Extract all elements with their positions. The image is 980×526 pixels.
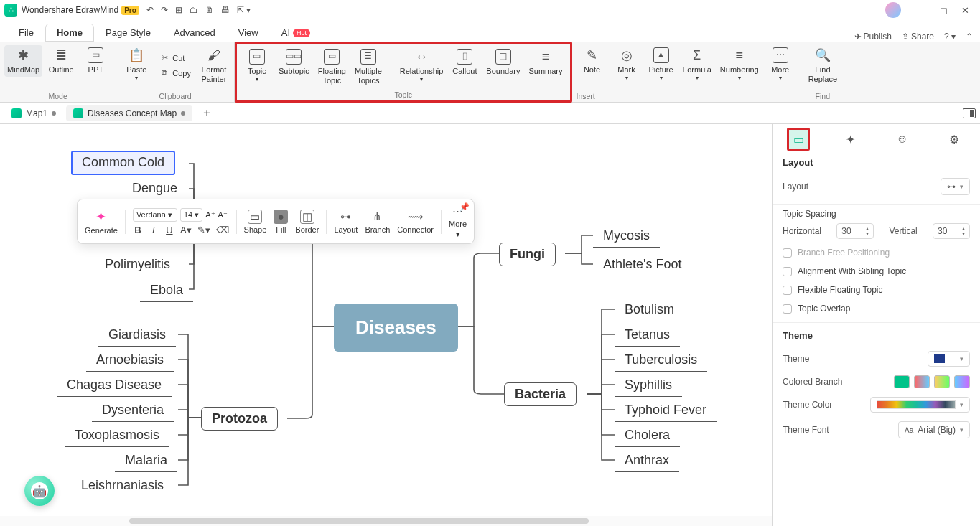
generate-button[interactable]: ✦ Generate — [85, 209, 118, 235]
node-bacteria[interactable]: Bacteria — [504, 382, 577, 406]
save-icon[interactable]: 🗎 — [205, 5, 214, 15]
ppt-mode-button[interactable]: ▭PPT — [80, 45, 111, 77]
chk-align-sibling[interactable]: Alignment With Sibling Topic — [773, 262, 980, 281]
node-leishmaniasis[interactable]: Leishrnaniasis — [71, 474, 174, 497]
increase-font-button[interactable]: A⁺ — [205, 210, 215, 220]
ai-assistant-fab[interactable]: 🤖 — [24, 476, 55, 506]
format-painter-button[interactable]: 🖌Format Painter — [198, 45, 230, 85]
clear-format-button[interactable]: ⌫ — [216, 225, 229, 235]
chk-flex-float[interactable]: Flexible Floating Topic — [773, 281, 980, 299]
fill-button[interactable]: ●Fill — [274, 210, 288, 234]
underline-button[interactable]: U — [164, 225, 174, 235]
paste-button[interactable]: 📋Paste▾ — [121, 45, 152, 85]
node-tetanus[interactable]: Tetanus — [615, 324, 680, 347]
node-typhoid[interactable]: Typhoid Fever — [615, 399, 717, 422]
node-arnoebiasis[interactable]: Arnoebiasis — [86, 349, 174, 372]
side-tab-layout[interactable]: ▭ — [787, 128, 810, 151]
horizontal-scrollbar[interactable] — [0, 516, 772, 526]
outline-mode-button[interactable]: ≣Outline — [45, 45, 77, 77]
more-button[interactable]: ⋯More▾ — [765, 45, 796, 83]
export-icon[interactable]: ⇱ ▾ — [237, 5, 251, 15]
menu-ai[interactable]: AI Hot — [270, 24, 322, 42]
layout-button[interactable]: ⊶Layout — [334, 210, 358, 234]
chk-branch-free[interactable]: Branch Free Positioning — [773, 243, 980, 262]
boundary-button[interactable]: ◫Boundary — [483, 47, 523, 87]
doc-tab-diseases[interactable]: Diseases Concept Map — [66, 105, 192, 121]
numbering-button[interactable]: ≡Numbering▾ — [717, 45, 762, 83]
share-button[interactable]: ⇪ Share — [902, 32, 934, 42]
border-button[interactable]: ◫Border — [295, 210, 319, 234]
mindmap-mode-button[interactable]: ✱MindMap — [4, 45, 42, 77]
node-dysenteria[interactable]: Dysenteria — [92, 399, 174, 422]
bold-button[interactable]: B — [133, 225, 143, 235]
picture-button[interactable]: ▲Picture▾ — [645, 45, 677, 83]
open-icon[interactable]: 🗀 — [190, 5, 198, 15]
floating-topic-button[interactable]: ▭Floating Topic — [315, 47, 349, 87]
node-malaria[interactable]: Malaria — [115, 449, 177, 472]
callout-button[interactable]: ⌷Callout — [449, 47, 480, 87]
shape-button[interactable]: ▭Shape — [244, 210, 267, 234]
font-select[interactable]: Verdana ▾ — [133, 208, 177, 222]
theme-select[interactable]: ▾ — [928, 351, 970, 367]
node-tuberculosis[interactable]: Tuberculosis — [615, 349, 707, 372]
colored-branch-swatches[interactable] — [894, 375, 970, 388]
node-chagas[interactable]: Chagas Disease — [57, 374, 172, 397]
pin-icon[interactable]: 📌 — [459, 202, 470, 212]
menu-file[interactable]: File — [7, 24, 45, 42]
cut-button[interactable]: ✂Cut — [155, 52, 195, 65]
menu-view[interactable]: View — [227, 24, 270, 42]
vertical-spacing-input[interactable]: 30▴▾ — [933, 223, 970, 239]
collapse-ribbon-button[interactable]: ⌃ — [966, 32, 973, 42]
canvas[interactable]: Diseases Fungi Mycosis Athlete's Foot Ba… — [0, 124, 772, 526]
copy-button[interactable]: ⧉Copy — [155, 67, 195, 80]
user-avatar[interactable] — [885, 2, 901, 18]
node-cholera[interactable]: Cholera — [615, 424, 680, 447]
font-size-select[interactable]: 14 ▾ — [180, 208, 202, 222]
find-replace-button[interactable]: 🔍FindReplace — [806, 45, 840, 85]
menu-page-style[interactable]: Page Style — [94, 24, 162, 42]
branch-button[interactable]: ⋔Branch — [365, 210, 390, 234]
scroll-thumb[interactable] — [129, 518, 589, 524]
mark-button[interactable]: ◎Mark▾ — [611, 45, 643, 83]
menu-home[interactable]: Home — [45, 24, 94, 42]
font-color-button[interactable]: A▾ — [180, 225, 192, 235]
chk-overlap[interactable]: Topic Overlap — [773, 299, 980, 318]
theme-color-select[interactable]: ▾ — [870, 397, 970, 413]
minimize-button[interactable]: — — [911, 5, 933, 16]
highlight-button[interactable]: ✎▾ — [197, 225, 210, 235]
doc-tab-map1[interactable]: Map1 — [4, 105, 63, 121]
redo-icon[interactable]: ↷ — [161, 5, 168, 15]
node-center[interactable]: Diseases — [334, 304, 458, 352]
node-toxoplasmosis[interactable]: Toxoplasmosis — [65, 424, 169, 447]
theme-font-select[interactable]: Aa Arial (Big)▾ — [898, 421, 970, 438]
node-common-cold[interactable]: Common Cold — [72, 151, 174, 174]
floating-format-toolbar[interactable]: 📌 ✦ Generate Verdana ▾ 14 ▾ A⁺ A⁻ B I — [77, 199, 475, 244]
print-icon[interactable]: 🖶 — [221, 5, 230, 15]
panel-toggle-button[interactable] — [963, 108, 976, 118]
node-protozoa[interactable]: Protozoa — [201, 407, 278, 431]
menu-advanced[interactable]: Advanced — [162, 24, 227, 42]
node-ebola[interactable]: Ebola — [140, 279, 193, 302]
relationship-button[interactable]: ↔Relationship▾ — [397, 47, 447, 87]
horizontal-spacing-input[interactable]: 30▴▾ — [836, 223, 874, 239]
node-fungi[interactable]: Fungi — [499, 243, 556, 266]
side-tab-style[interactable]: ✦ — [839, 128, 862, 151]
close-button[interactable]: ✕ — [954, 5, 976, 16]
summary-button[interactable]: ≡Summary — [526, 47, 565, 87]
subtopic-button[interactable]: ▭▭Subtopic — [276, 47, 312, 87]
help-button[interactable]: ? ▾ — [944, 32, 956, 42]
maximize-button[interactable]: ◻ — [933, 5, 954, 16]
new-icon[interactable]: ⊞ — [175, 5, 182, 15]
connector-button[interactable]: ⟿Connector — [397, 210, 434, 234]
side-tab-settings[interactable]: ⚙ — [943, 128, 966, 151]
node-anthrax[interactable]: Anthrax — [615, 449, 679, 472]
formula-button[interactable]: ΣFormula▾ — [680, 45, 714, 83]
node-athletes-foot[interactable]: Athlete's Foot — [593, 253, 692, 276]
node-dengue[interactable]: Dengue — [122, 177, 187, 200]
topic-button[interactable]: ▭Topic▾ — [241, 47, 273, 87]
undo-icon[interactable]: ↶ — [146, 5, 154, 15]
node-syphillis[interactable]: Syphillis — [615, 374, 682, 397]
publish-button[interactable]: ✈ Publish — [854, 32, 892, 42]
node-mycosis[interactable]: Mycosis — [593, 225, 660, 248]
node-polirnyelitis[interactable]: Polirnyelitis — [95, 253, 180, 276]
